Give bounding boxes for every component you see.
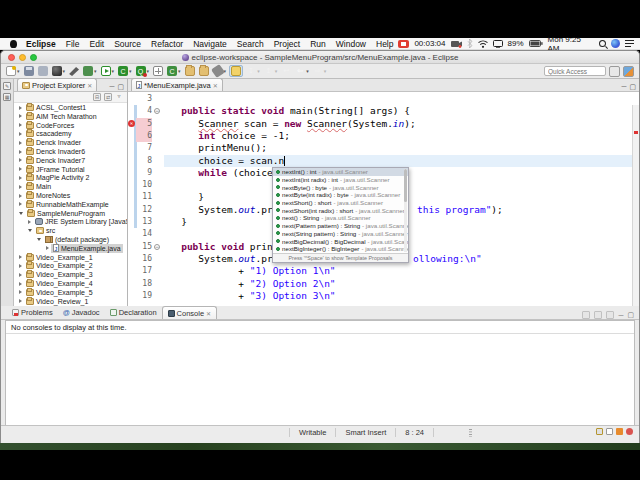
collapsed-arrow-icon[interactable] — [19, 273, 22, 277]
line-number[interactable]: 10 — [136, 179, 152, 191]
dropdown-caret-icon[interactable]: ▾ — [112, 68, 115, 74]
wifi-icon[interactable] — [478, 40, 488, 48]
collapsed-arrow-icon[interactable] — [19, 158, 22, 162]
tree-item-video-review-1[interactable]: Video_Review_1 — [14, 297, 127, 306]
view-menu-icon[interactable]: ▿ — [115, 93, 123, 101]
menu-item-navigate[interactable]: Navigate — [188, 39, 232, 49]
toolbar-open-task-button[interactable] — [198, 65, 210, 77]
tree-item-default-package[interactable]: (default package) — [14, 235, 127, 244]
tree-item-video-example-4[interactable]: Video_Example_4 — [14, 279, 127, 288]
tree-item-src[interactable]: src — [14, 226, 127, 235]
overview-ruler[interactable] — [632, 105, 639, 306]
proposal-nextByte[interactable]: nextByte(int radix) : byte - java.util.S… — [273, 191, 408, 199]
apple-icon[interactable] — [10, 40, 17, 48]
quick-access-input[interactable] — [544, 66, 606, 76]
tree-item-jframe-tutorial[interactable]: JFrame Tutorial — [14, 165, 127, 174]
tree-item-denck-invader6[interactable]: Denck Invader6 — [14, 147, 127, 156]
line-number[interactable]: 3 — [136, 93, 152, 105]
tab-problems[interactable]: Problems — [7, 306, 58, 319]
code-line-19[interactable]: + "3) Option 3\n" — [164, 290, 632, 302]
tree-item-main[interactable]: Main — [14, 182, 127, 191]
collapsed-arrow-icon[interactable] — [19, 290, 22, 294]
tree-item-codeforces[interactable]: CodeForces — [14, 121, 127, 130]
toolbar-mark-occurrences-button[interactable] — [229, 65, 243, 77]
menu-item-edit[interactable]: Edit — [84, 39, 109, 49]
proposal-nextInt[interactable]: nextInt(int radix) : int - java.util.Sca… — [273, 176, 408, 184]
java-perspective-icon[interactable] — [623, 66, 634, 77]
popup-scrollbar[interactable] — [404, 169, 407, 252]
menu-item-file[interactable]: File — [61, 39, 85, 49]
collapsed-arrow-icon[interactable] — [19, 202, 22, 206]
bluetooth-icon[interactable] — [467, 39, 473, 48]
console-toolbar-icon-3[interactable] — [606, 311, 614, 319]
line-number[interactable]: 8 — [136, 155, 152, 167]
tree-item-magpie-activity-2[interactable]: MagPie Activity 2 — [14, 173, 127, 182]
dropdown-caret-icon[interactable]: ▾ — [147, 68, 150, 74]
code-line-17[interactable]: + "1) Option 1\n" — [164, 265, 632, 277]
menu-app-name[interactable]: Eclipse — [21, 39, 61, 49]
collapsed-arrow-icon[interactable] — [19, 194, 22, 198]
code-line-18[interactable]: + "2) Option 2\n" — [164, 278, 632, 290]
shortcut-icon-2[interactable]: ▦ — [3, 93, 11, 101]
code-line-7[interactable]: printMenu(); — [164, 142, 632, 154]
proposal-next[interactable]: next(String pattern) : String - java.uti… — [273, 230, 408, 238]
tree-item-aim-tech-marathon[interactable]: AIM Tech Marathon — [14, 112, 127, 121]
tree-item-video-example-2[interactable]: Video_Example_2 — [14, 261, 127, 270]
menu-item-window[interactable]: Window — [331, 39, 371, 49]
tree-item-runnablemathexample[interactable]: RunnableMathExample — [14, 200, 127, 209]
proposal-nextShort[interactable]: nextShort(int radix) : short - java.util… — [273, 206, 408, 214]
collapsed-arrow-icon[interactable] — [19, 123, 22, 127]
maximize-editor-button[interactable]: ▢ — [629, 83, 636, 91]
toolbar-save-button[interactable] — [23, 65, 35, 77]
toolbar-new-class-button[interactable]: C▾ — [166, 65, 182, 77]
status-drag-handle[interactable] — [469, 429, 472, 437]
console-toolbar-icon-2[interactable] — [594, 311, 602, 319]
dropdown-caret-icon[interactable]: ▾ — [324, 68, 327, 74]
collapsed-arrow-icon[interactable] — [19, 141, 22, 145]
line-number[interactable]: 19 — [136, 290, 152, 302]
expanded-arrow-icon[interactable] — [28, 229, 32, 232]
tab-menuexample-java[interactable]: J *MenuExample.java ✕ — [131, 78, 223, 91]
line-number[interactable]: 6 — [136, 130, 152, 142]
expanded-arrow-icon[interactable] — [37, 238, 41, 241]
minimize-view-button[interactable]: ─ — [109, 83, 114, 91]
line-number[interactable]: 15 — [136, 241, 152, 253]
collapsed-arrow-icon[interactable] — [28, 220, 31, 224]
line-number[interactable]: 4 — [136, 105, 152, 117]
expanded-arrow-icon[interactable] — [19, 212, 23, 215]
collapsed-arrow-icon[interactable] — [19, 150, 22, 154]
error-annotation-icon[interactable]: ✕ — [128, 120, 135, 127]
toolbar-profile-button[interactable]: Q▾ — [135, 65, 151, 77]
error-marker[interactable] — [634, 131, 638, 134]
dropdown-caret-icon[interactable]: ▾ — [129, 68, 132, 74]
tree-item-denck-invader7[interactable]: Denck Invader7 — [14, 156, 127, 165]
collapsed-arrow-icon[interactable] — [19, 255, 22, 259]
collapsed-arrow-icon[interactable] — [19, 167, 22, 171]
fold-collapse-icon[interactable]: − — [154, 108, 160, 114]
tree-item-acsl-contest1[interactable]: ACSL_Contest1 — [14, 103, 127, 112]
collapse-all-icon[interactable]: ⊟ — [93, 93, 101, 101]
proposal-nextBigDecimal[interactable]: nextBigDecimal() : BigDecimal - java.uti… — [273, 237, 408, 245]
code-line-6[interactable]: int choice = -1; — [164, 130, 632, 142]
toolbar-external-tools-button[interactable]: ▾ — [51, 65, 67, 77]
tab-javadoc[interactable]: @Javadoc — [58, 306, 105, 319]
camera-icon[interactable] — [451, 40, 462, 48]
tree-item-jre-system-library-javase-1[interactable]: JRE System Library [JavaSE-1. — [14, 217, 127, 226]
collapsed-arrow-icon[interactable] — [19, 264, 22, 268]
status-icon-feedback[interactable] — [606, 428, 613, 435]
dropdown-caret-icon[interactable]: ▾ — [178, 68, 181, 74]
toolbar-open-type-button[interactable] — [184, 65, 196, 77]
toolbar-new-wizard-button[interactable]: ▾ — [5, 65, 21, 77]
shortcut-icon-1[interactable]: ✎ — [3, 82, 11, 90]
dropdown-caret-icon[interactable]: ▾ — [257, 68, 260, 74]
collapsed-arrow-icon[interactable] — [19, 106, 22, 110]
tree-item-video-example-3[interactable]: Video_Example_3 — [14, 270, 127, 279]
toolbar-search-button[interactable]: ▾ — [212, 65, 228, 77]
proposal-nextShort[interactable]: nextShort() : short - java.util.Scanner — [273, 199, 408, 207]
link-with-editor-icon[interactable]: ⇄ — [104, 93, 112, 101]
toolbar-new-java-project-button[interactable] — [152, 65, 164, 77]
menu-item-refactor[interactable]: Refactor — [146, 39, 188, 49]
line-number[interactable]: 16 — [136, 253, 152, 265]
dropdown-caret-icon[interactable]: ▾ — [275, 68, 278, 74]
collapsed-arrow-icon[interactable] — [19, 185, 22, 189]
